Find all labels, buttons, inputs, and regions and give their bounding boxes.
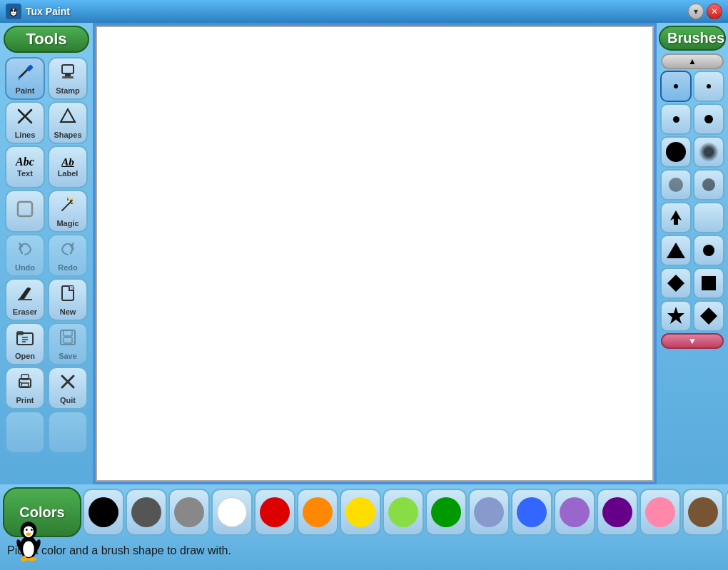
brush-11[interactable] — [660, 235, 692, 266]
svg-line-18 — [62, 200, 72, 210]
tool-row-8: Print Quit — [5, 367, 88, 409]
brush-14[interactable] — [693, 268, 724, 299]
brush-7[interactable] — [660, 169, 692, 200]
tools-label: Tools — [4, 26, 89, 53]
brush-scroll-up[interactable]: ▲ — [661, 54, 724, 69]
fill-icon — [15, 199, 35, 222]
status-bar: Pick a color and a brush shape to draw w… — [0, 540, 728, 561]
text-label: Text — [17, 169, 33, 178]
color-white[interactable] — [211, 489, 253, 536]
shapes-icon — [58, 106, 78, 129]
tool-extra1[interactable] — [5, 411, 45, 454]
brush-10[interactable] — [693, 202, 724, 233]
arrow-brush — [667, 208, 684, 228]
color-swatch-green — [431, 497, 461, 527]
color-tan[interactable] — [725, 489, 728, 536]
color-swatch-darkpurple — [602, 497, 632, 527]
color-swatch-lightgreen — [388, 497, 418, 527]
drawing-canvas[interactable] — [96, 26, 654, 482]
brush-soft-6 — [699, 142, 719, 162]
color-brown[interactable] — [682, 489, 724, 536]
bottom-area: Colors — [0, 484, 728, 570]
tool-paint[interactable]: Paint — [5, 57, 45, 100]
tool-undo[interactable]: Undo — [5, 234, 45, 277]
new-icon — [58, 283, 78, 306]
tool-new[interactable]: New — [48, 278, 88, 321]
tool-row-1: Paint Stamp — [5, 57, 88, 100]
color-darkpurple[interactable] — [597, 489, 638, 536]
magic-icon — [58, 195, 78, 218]
brushes-panel: Brushes ▲ — [657, 23, 728, 484]
svg-rect-35 — [64, 337, 72, 343]
brush-1[interactable] — [660, 71, 692, 102]
brush-8[interactable] — [693, 169, 724, 200]
color-purple[interactable] — [554, 489, 595, 536]
save-icon — [58, 327, 78, 350]
svg-rect-34 — [64, 330, 72, 336]
svg-marker-47 — [667, 307, 684, 324]
brush-16[interactable] — [693, 300, 724, 332]
tool-quit[interactable]: Quit — [48, 367, 88, 409]
shapes-label: Shapes — [54, 131, 81, 139]
minimize-button[interactable]: ▾ — [688, 4, 704, 19]
tool-text[interactable]: Abc Text — [5, 146, 45, 188]
brush-scroll-down[interactable]: ▼ — [661, 333, 724, 349]
tool-redo[interactable]: Redo — [48, 234, 88, 277]
brush-row-6 — [660, 235, 724, 266]
brush-row-5 — [660, 202, 724, 233]
color-gray[interactable] — [168, 489, 210, 536]
label-icon: Ab — [61, 157, 74, 168]
color-green[interactable] — [425, 489, 467, 536]
color-lightgreen[interactable] — [383, 489, 424, 536]
brush-15[interactable] — [660, 300, 692, 332]
color-swatch-darkgray — [131, 497, 161, 527]
brush-5[interactable] — [660, 136, 692, 168]
color-slateblue[interactable] — [468, 489, 510, 536]
color-black[interactable] — [83, 489, 124, 536]
tool-fill[interactable] — [5, 190, 45, 233]
titlebar-left: Tux Paint — [6, 4, 70, 19]
brush-9[interactable] — [660, 202, 692, 233]
svg-point-4 — [14, 9, 16, 12]
tool-print[interactable]: Print — [5, 367, 45, 409]
brush-dot-7 — [669, 178, 683, 192]
brush-13[interactable] — [660, 268, 692, 299]
color-pink[interactable] — [639, 489, 681, 536]
color-darkgray[interactable] — [126, 489, 167, 536]
svg-point-3 — [11, 9, 14, 12]
tool-shapes[interactable]: Shapes — [48, 101, 88, 144]
svg-point-58 — [31, 529, 33, 531]
tux-mascot — [7, 513, 50, 563]
tool-extra2[interactable] — [48, 411, 88, 454]
stamp-label: Stamp — [56, 86, 80, 95]
svg-point-24 — [73, 203, 75, 205]
tool-row-9 — [5, 411, 88, 454]
tool-stamp[interactable]: Stamp — [48, 57, 88, 100]
undo-label: Undo — [15, 263, 35, 272]
eraser-label: Eraser — [13, 307, 37, 316]
print-label: Print — [16, 396, 34, 404]
svg-marker-45 — [667, 275, 684, 292]
brush-12[interactable] — [693, 235, 724, 266]
brush-4[interactable] — [693, 103, 724, 135]
tool-open[interactable]: Open — [5, 322, 45, 365]
tool-label[interactable]: Ab Label — [48, 146, 88, 188]
brush-6[interactable] — [693, 136, 724, 168]
brush-dot-2 — [707, 84, 711, 88]
tool-magic[interactable]: Magic — [48, 190, 88, 233]
tool-row-5: Undo Redo — [5, 234, 88, 277]
brush-3[interactable] — [660, 103, 692, 135]
color-yellow[interactable] — [340, 489, 381, 536]
tool-lines[interactable]: Lines — [5, 101, 45, 144]
color-blue[interactable] — [511, 489, 552, 536]
color-red[interactable] — [254, 489, 295, 536]
color-orange[interactable] — [297, 489, 338, 536]
svg-point-59 — [26, 533, 31, 536]
svg-point-6 — [15, 11, 16, 11]
color-swatch-red — [260, 497, 290, 527]
tool-eraser[interactable]: Eraser — [5, 278, 45, 321]
brush-2[interactable] — [693, 71, 724, 102]
close-button[interactable]: ✕ — [707, 4, 722, 19]
svg-rect-43 — [674, 218, 678, 225]
tool-save[interactable]: Save — [48, 322, 88, 365]
